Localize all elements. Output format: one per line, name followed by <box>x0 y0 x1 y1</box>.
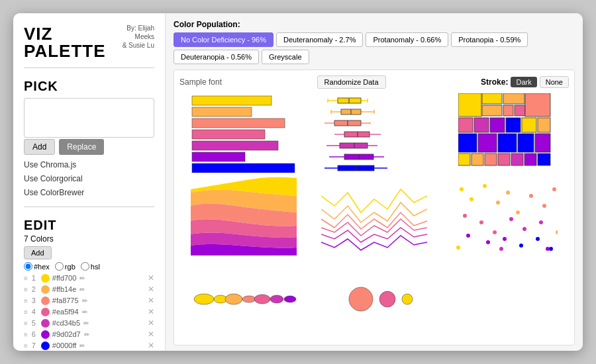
svg-point-68 <box>479 220 483 224</box>
svg-rect-3 <box>192 130 265 139</box>
delete-icon[interactable]: ✕ <box>148 318 154 328</box>
svg-point-76 <box>519 244 523 248</box>
svg-rect-24 <box>340 143 368 148</box>
delete-icon[interactable]: ✕ <box>148 285 154 294</box>
svg-point-83 <box>194 294 214 304</box>
delete-icon[interactable]: ✕ <box>148 307 154 316</box>
color-swatch[interactable] <box>41 296 50 305</box>
edit-icon[interactable]: ✏ <box>79 286 85 293</box>
edit-add-button[interactable]: Add <box>24 246 52 259</box>
drag-handle[interactable]: ≡ <box>24 286 28 293</box>
svg-point-66 <box>552 187 556 191</box>
bubble-cell <box>310 259 438 340</box>
drag-handle[interactable]: ≡ <box>24 308 28 316</box>
svg-rect-39 <box>458 118 473 132</box>
svg-point-90 <box>349 287 373 311</box>
stroke-dark-button[interactable]: Dark <box>511 77 536 87</box>
svg-point-81 <box>546 247 550 251</box>
color-item: ≡ 5 #cd34b5 ✏ ✕ <box>24 318 154 328</box>
svg-point-73 <box>466 234 470 238</box>
svg-rect-21 <box>344 132 370 137</box>
svg-rect-35 <box>503 93 524 104</box>
svg-point-88 <box>270 295 283 303</box>
stroke-label: Stroke: <box>481 77 508 87</box>
tab-no-deficiency[interactable]: No Color Deficiency - 96% <box>174 32 273 47</box>
svg-rect-4 <box>192 141 278 150</box>
replace-button[interactable]: Replace <box>59 139 104 155</box>
tab-greyscale[interactable]: Greyscale <box>262 50 309 64</box>
color-item: ≡ 4 #ea5f94 ✏ ✕ <box>24 307 154 316</box>
svg-point-85 <box>225 294 242 304</box>
color-swatch[interactable] <box>41 274 50 283</box>
drag-handle[interactable]: ≡ <box>24 297 28 304</box>
randomize-button[interactable]: Randomize Data <box>317 75 386 89</box>
tab-protanomaly[interactable]: Protanomaly - 0.66% <box>366 32 448 47</box>
drag-handle[interactable]: ≡ <box>24 275 28 282</box>
hsl-radio[interactable] <box>81 262 89 271</box>
tab-deuteranomaly[interactable]: Deuteranomaly - 2.7% <box>276 32 363 47</box>
color-swatch[interactable] <box>41 341 50 350</box>
hex-radio-label[interactable]: #hex <box>24 262 50 271</box>
drag-handle[interactable]: ≡ <box>24 320 28 327</box>
svg-point-65 <box>542 204 546 208</box>
color-number: 7 <box>32 341 38 349</box>
svg-rect-47 <box>498 134 517 152</box>
stroke-none-button[interactable]: None <box>540 76 569 88</box>
hsl-radio-label[interactable]: hsl <box>81 262 100 271</box>
svg-point-79 <box>456 246 460 250</box>
edit-section: EDIT 7 Colors Add #hex rgb hsl ≡ 1 #ffd7… <box>24 218 154 350</box>
edit-icon[interactable]: ✏ <box>82 297 87 304</box>
color-input[interactable] <box>24 98 154 138</box>
color-swatch[interactable] <box>41 319 50 328</box>
svg-rect-49 <box>535 134 550 152</box>
rgb-radio-label[interactable]: rgb <box>55 262 75 271</box>
color-hex-value: #0000ff <box>52 341 77 349</box>
svg-rect-42 <box>506 118 521 132</box>
brand-title: VIZ PALETTE <box>24 25 116 60</box>
rgb-radio[interactable] <box>55 262 64 271</box>
treemap-cell <box>441 93 569 173</box>
svg-rect-33 <box>482 93 502 104</box>
color-swatch[interactable] <box>41 285 50 294</box>
use-colorbrewer-link[interactable]: Use ColorBrewer <box>24 187 154 199</box>
bar-chart-cell <box>179 93 307 173</box>
scatter-svg <box>452 176 558 255</box>
color-number: 6 <box>32 330 38 338</box>
svg-rect-32 <box>458 93 481 116</box>
tab-deuteranopia[interactable]: Deuteranopia - 0.56% <box>174 50 259 64</box>
color-number: 4 <box>32 308 38 316</box>
violin-cell <box>179 259 307 340</box>
charts-grid <box>179 93 569 340</box>
svg-point-91 <box>379 291 395 307</box>
delete-icon[interactable]: ✕ <box>148 330 154 339</box>
svg-point-71 <box>522 227 526 231</box>
color-number: 2 <box>32 285 38 293</box>
tab-protanopia[interactable]: Protanopia - 0.59% <box>451 32 528 47</box>
use-colorgorical-link[interactable]: Use Colorgorical <box>24 173 154 185</box>
delete-icon[interactable]: ✕ <box>148 296 154 305</box>
edit-icon[interactable]: ✏ <box>82 308 87 316</box>
edit-icon[interactable]: ✏ <box>83 320 89 327</box>
svg-rect-1 <box>192 107 252 116</box>
svg-rect-38 <box>525 93 550 116</box>
color-hex-value: #9d02d7 <box>52 330 81 338</box>
drag-handle[interactable]: ≡ <box>24 342 28 349</box>
color-list: ≡ 1 #ffd700 ✏ ✕ ≡ 2 #ffb14e ✏ ✕ ≡ 3 #fa8… <box>24 273 154 350</box>
edit-icon[interactable]: ✏ <box>79 342 85 349</box>
delete-icon[interactable]: ✕ <box>148 273 154 283</box>
violin-svg <box>191 286 297 312</box>
use-chroma-link[interactable]: Use Chroma.js <box>24 159 154 171</box>
svg-rect-56 <box>538 154 550 165</box>
hex-radio[interactable] <box>24 262 32 271</box>
bubble-svg <box>321 286 427 312</box>
color-swatch[interactable] <box>41 308 50 316</box>
drag-handle[interactable]: ≡ <box>24 331 28 338</box>
edit-icon[interactable]: ✏ <box>84 331 89 338</box>
add-button[interactable]: Add <box>24 139 55 155</box>
edit-icon[interactable]: ✏ <box>79 275 85 282</box>
color-item: ≡ 1 #ffd700 ✏ ✕ <box>24 273 154 283</box>
delete-icon[interactable]: ✕ <box>148 341 154 350</box>
color-hex-value: #cd34b5 <box>52 319 80 327</box>
color-swatch[interactable] <box>41 330 50 339</box>
color-number: 3 <box>32 296 38 304</box>
